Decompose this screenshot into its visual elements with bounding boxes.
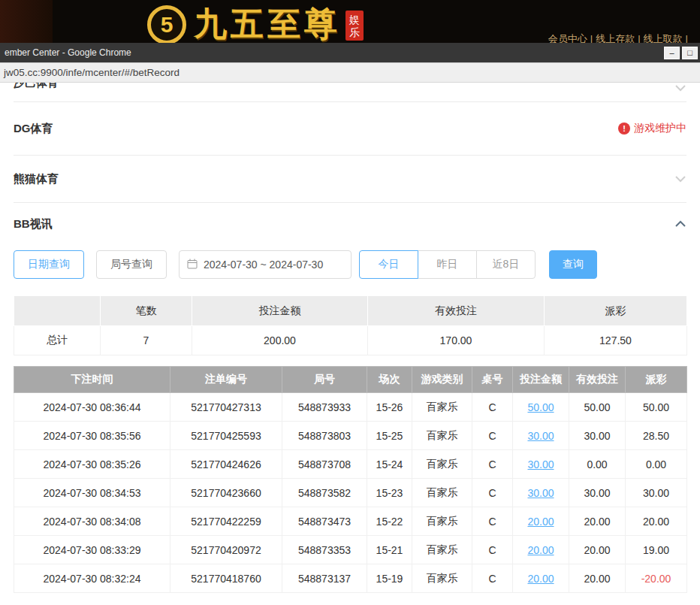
- search-button[interactable]: 查询: [549, 250, 597, 279]
- bet-header-cell: 派彩: [626, 367, 687, 393]
- bet-table-header-row: 下注时间注单编号局号场次游戏类别桌号投注金额有效投注派彩: [14, 367, 687, 393]
- alert-icon: !: [618, 123, 630, 135]
- section-label: 熊猫体育: [14, 172, 59, 186]
- date-range-input[interactable]: 2024-07-30 ~ 2024-07-30: [179, 250, 352, 279]
- header-left-decoration: [0, 0, 53, 43]
- bet-amount-link[interactable]: 50.00: [513, 393, 569, 422]
- table-cell: 521770427313: [170, 393, 282, 422]
- quick-range-group: 今日 昨日 近8日: [359, 250, 536, 279]
- table-cell: 28.50: [626, 422, 687, 450]
- bet-header-cell: 场次: [367, 367, 412, 393]
- table-row: 2024-07-30 08:34:53521770423660548873582…: [14, 479, 687, 507]
- table-cell: 20.00: [626, 507, 687, 536]
- summary-header-cell: 派彩: [545, 296, 687, 326]
- bet-amount-link[interactable]: 30.00: [513, 422, 569, 450]
- table-row: 2024-07-30 08:35:26521770424626548873708…: [14, 450, 687, 479]
- table-cell: 548873137: [282, 564, 367, 593]
- table-cell: 19.00: [626, 536, 687, 564]
- table-row: 2024-07-30 08:33:29521770420972548873353…: [14, 536, 687, 564]
- main-content: 沙巴体育 DG体育 ! 游戏维护中 熊猫体育 BB视讯 日期查询: [0, 83, 700, 605]
- bet-amount-link[interactable]: 20.00: [513, 564, 569, 593]
- table-cell: 20.00: [569, 507, 626, 536]
- logo-coin-icon: 5: [147, 5, 186, 44]
- bet-amount-link[interactable]: 30.00: [513, 479, 569, 507]
- table-cell: 0.00: [569, 450, 626, 479]
- round-query-button[interactable]: 局号查询: [96, 250, 167, 279]
- summary-header-cell: [14, 296, 101, 326]
- summary-cell: 170.00: [368, 326, 545, 355]
- table-cell: 548873473: [282, 507, 367, 536]
- table-cell: 548873803: [282, 422, 367, 450]
- bet-header-cell: 有效投注: [569, 367, 626, 393]
- logo-badge: 娱乐: [345, 11, 364, 41]
- table-cell: 521770420972: [170, 536, 282, 564]
- table-cell: 15-24: [367, 450, 412, 479]
- table-cell: 15-25: [367, 422, 412, 450]
- yesterday-button[interactable]: 昨日: [418, 250, 477, 279]
- bet-header-cell: 局号: [282, 367, 367, 393]
- window-title: ember Center - Google Chrome: [0, 47, 664, 58]
- table-cell: 15-22: [367, 507, 412, 536]
- summary-cell: 总计: [14, 326, 101, 355]
- table-cell: 15-26: [367, 393, 412, 422]
- table-cell: 30.00: [569, 479, 626, 507]
- table-cell: 50.00: [626, 393, 687, 422]
- table-cell: 548873708: [282, 450, 367, 479]
- bet-amount-link[interactable]: 20.00: [513, 507, 569, 536]
- table-cell: C: [472, 422, 513, 450]
- section-label: BB视讯: [14, 217, 53, 231]
- table-cell: 2024-07-30 08:32:24: [14, 564, 170, 593]
- table-cell: 15-19: [367, 564, 412, 593]
- table-cell: C: [472, 479, 513, 507]
- section-panda-sports[interactable]: 熊猫体育: [14, 156, 686, 203]
- filter-bar: 日期查询 局号查询 2024-07-30 ~ 2024-07-30 今日 昨日 …: [14, 250, 686, 280]
- last8days-button[interactable]: 近8日: [476, 250, 536, 279]
- bet-header-cell: 下注时间: [14, 367, 170, 393]
- section-dg-sports[interactable]: DG体育 ! 游戏维护中: [14, 102, 686, 156]
- table-cell: 548873353: [282, 536, 367, 564]
- bet-header-cell: 投注金额: [513, 367, 569, 393]
- chevron-down-icon[interactable]: [674, 175, 686, 183]
- page: 5 九五至尊 娱乐 会员中心|线上存款|线上取款| ember Center -…: [0, 0, 700, 605]
- table-cell: 20.00: [569, 564, 626, 593]
- date-range-value: 2024-07-30 ~ 2024-07-30: [204, 259, 323, 271]
- summary-header-cell: 笔数: [101, 296, 192, 326]
- section-bb-casino[interactable]: BB视讯: [14, 203, 686, 245]
- summary-header-cell: 投注金额: [192, 296, 368, 326]
- summary-table: 笔数投注金额有效投注派彩 总计7200.00170.00127.50: [14, 295, 687, 355]
- table-cell: 2024-07-30 08:33:29: [14, 536, 170, 564]
- maximize-button[interactable]: □: [682, 47, 698, 59]
- table-row: 2024-07-30 08:36:44521770427313548873933…: [14, 393, 687, 422]
- table-cell: 521770418760: [170, 564, 282, 593]
- table-cell: 521770424626: [170, 450, 282, 479]
- date-query-button[interactable]: 日期查询: [14, 250, 84, 279]
- table-cell: C: [472, 507, 513, 536]
- table-cell: 百家乐: [412, 536, 472, 564]
- today-button[interactable]: 今日: [359, 250, 418, 279]
- browser-titlebar[interactable]: ember Center - Google Chrome – □: [0, 43, 700, 62]
- bet-header-cell: 桌号: [472, 367, 513, 393]
- bet-record-table: 下注时间注单编号局号场次游戏类别桌号投注金额有效投注派彩 2024-07-30 …: [14, 366, 687, 593]
- table-cell: 2024-07-30 08:35:26: [14, 450, 170, 479]
- summary-cell: 7: [101, 326, 192, 355]
- table-cell: 548873582: [282, 479, 367, 507]
- table-cell: 548873933: [282, 393, 367, 422]
- bet-amount-link[interactable]: 20.00: [513, 536, 569, 564]
- browser-urlbar[interactable]: jw05.cc:9900/infe/mcenter/#/betRecord: [0, 62, 700, 83]
- table-cell: 521770422259: [170, 507, 282, 536]
- table-cell: 百家乐: [412, 479, 472, 507]
- summary-cell: 127.50: [545, 326, 687, 355]
- table-cell: 2024-07-30 08:34:53: [14, 479, 170, 507]
- chevron-up-icon[interactable]: [674, 220, 686, 228]
- maintenance-text: 游戏维护中: [634, 122, 686, 135]
- bet-amount-link[interactable]: 30.00: [513, 450, 569, 479]
- summary-row: 总计7200.00170.00127.50: [14, 326, 687, 355]
- table-row: 2024-07-30 08:32:24521770418760548873137…: [14, 564, 687, 593]
- bet-header-cell: 注单编号: [170, 367, 282, 393]
- minimize-button[interactable]: –: [664, 47, 680, 59]
- table-cell: 2024-07-30 08:35:56: [14, 422, 170, 450]
- section-saba-sports[interactable]: 沙巴体育: [14, 83, 686, 102]
- chevron-down-icon[interactable]: [674, 84, 686, 92]
- url-text[interactable]: jw05.cc:9900/infe/mcenter/#/betRecord: [0, 67, 180, 78]
- table-cell: -20.00: [626, 564, 687, 593]
